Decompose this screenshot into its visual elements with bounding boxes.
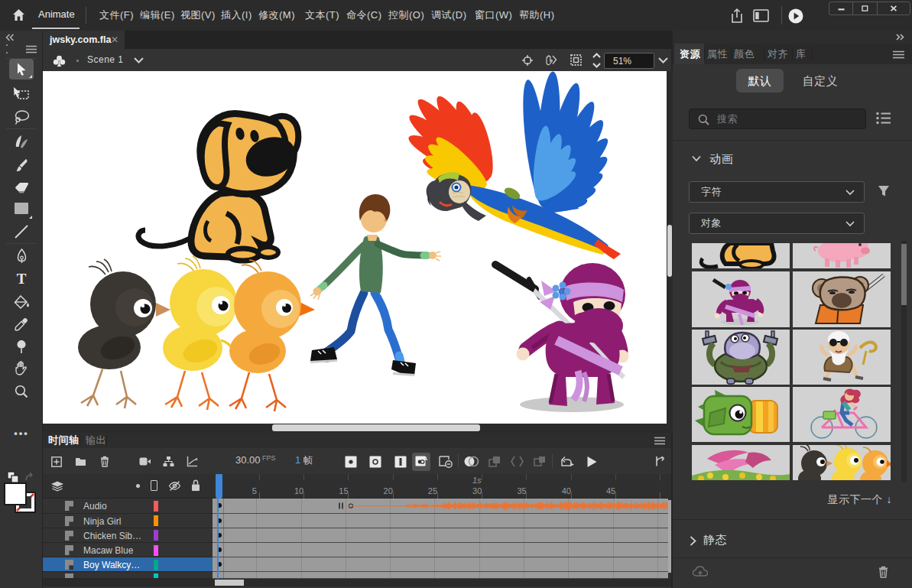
svg-text:A: A — [424, 456, 427, 461]
